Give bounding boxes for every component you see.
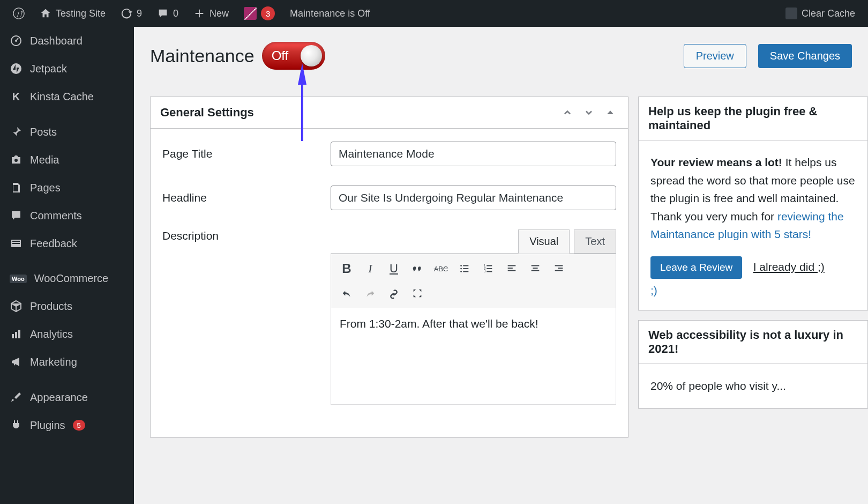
move-up-icon[interactable] bbox=[559, 105, 575, 121]
sidebar-item-posts[interactable]: Posts bbox=[0, 118, 134, 146]
gauge-icon bbox=[10, 34, 23, 47]
camera-icon bbox=[10, 153, 23, 166]
tab-text[interactable]: Text bbox=[574, 229, 616, 254]
sidebar-item-analytics[interactable]: Analytics bbox=[0, 320, 134, 348]
accessibility-text: 20% of people who visit y... bbox=[650, 377, 856, 395]
svg-rect-9 bbox=[15, 332, 17, 338]
sidebar-item-plugins[interactable]: Plugins 5 bbox=[0, 411, 134, 439]
sidebar-label: Dashboard bbox=[30, 35, 83, 47]
updates-count: 9 bbox=[137, 8, 142, 19]
svg-point-13 bbox=[460, 268, 462, 270]
numbered-list-icon[interactable]: 123 bbox=[477, 257, 499, 280]
svg-point-3 bbox=[11, 63, 21, 74]
help-link1[interactable]: reviewing the bbox=[777, 210, 844, 223]
sidebar-label: Pages bbox=[30, 182, 61, 194]
form-icon bbox=[10, 237, 23, 250]
plugins-badge: 5 bbox=[73, 420, 85, 431]
bold-icon[interactable]: B bbox=[335, 257, 358, 280]
description-editor[interactable]: From 1:30-2am. After that we'll be back! bbox=[331, 308, 616, 404]
sidebar-item-marketing[interactable]: Marketing bbox=[0, 348, 134, 376]
maintenance-toggle[interactable]: Off bbox=[262, 42, 325, 70]
toggle-panel-icon[interactable] bbox=[602, 105, 618, 121]
svg-rect-28 bbox=[533, 268, 537, 269]
svg-rect-7 bbox=[12, 243, 20, 244]
sidebar-item-dashboard[interactable]: Dashboard bbox=[0, 27, 134, 55]
svg-rect-23 bbox=[487, 271, 492, 272]
brush-icon bbox=[10, 391, 23, 404]
page-title-label: Page Title bbox=[162, 147, 331, 160]
sidebar-item-products[interactable]: Products bbox=[0, 292, 134, 320]
sidebar-label: Media bbox=[30, 154, 59, 166]
refresh-icon bbox=[121, 8, 132, 19]
bullet-list-icon[interactable] bbox=[453, 257, 476, 280]
toggle-knob bbox=[301, 45, 322, 66]
main-content: Maintenance Off Preview Save Changes Gen… bbox=[134, 27, 868, 438]
align-left-icon[interactable] bbox=[500, 257, 523, 280]
underline-icon[interactable]: U bbox=[383, 257, 405, 280]
sidebar-label: Comments bbox=[30, 210, 82, 222]
headline-label: Headline bbox=[162, 191, 331, 204]
svg-rect-31 bbox=[558, 268, 563, 269]
sidebar-item-pages[interactable]: Pages bbox=[0, 174, 134, 202]
link-icon[interactable] bbox=[383, 282, 405, 305]
admin-sidebar: Dashboard Jetpack K Kinsta Cache Posts M… bbox=[0, 27, 134, 504]
svg-rect-32 bbox=[555, 270, 563, 271]
sidebar-label: WooCommerce bbox=[34, 272, 109, 285]
updates-link[interactable]: 9 bbox=[113, 0, 149, 27]
page-title: Maintenance bbox=[150, 46, 255, 66]
yoast-icon bbox=[244, 7, 257, 20]
sidebar-item-comments[interactable]: Comments bbox=[0, 202, 134, 229]
maintenance-link[interactable]: Maintenance is Off bbox=[282, 0, 378, 27]
svg-rect-27 bbox=[532, 265, 540, 266]
preview-button[interactable]: Preview bbox=[684, 44, 746, 68]
wordpress-icon bbox=[13, 8, 25, 19]
leave-review-button[interactable]: Leave a Review bbox=[650, 256, 742, 279]
site-name-link[interactable]: Testing Site bbox=[32, 0, 113, 27]
help-link2[interactable]: Maintanance plugin with 5 stars! bbox=[650, 228, 811, 240]
headline-input[interactable] bbox=[331, 186, 616, 210]
redo-icon[interactable] bbox=[359, 282, 381, 305]
sidebar-item-jetpack[interactable]: Jetpack bbox=[0, 55, 134, 83]
sidebar-label: Feedback bbox=[30, 238, 77, 250]
align-right-icon[interactable] bbox=[548, 257, 570, 280]
pin-icon bbox=[10, 125, 23, 138]
align-center-icon[interactable] bbox=[524, 257, 547, 280]
admin-bar: Testing Site 9 0 New 3 Maintenance is Of… bbox=[0, 0, 868, 27]
strikethrough-icon[interactable]: ABC bbox=[430, 257, 452, 280]
clear-cache-label: Clear Cache bbox=[802, 8, 855, 19]
site-name: Testing Site bbox=[56, 8, 106, 19]
sidebar-item-kinsta[interactable]: K Kinsta Cache bbox=[0, 83, 134, 110]
move-down-icon[interactable] bbox=[581, 105, 597, 121]
new-link[interactable]: New bbox=[186, 0, 236, 27]
sidebar-item-woocommerce[interactable]: Woo WooCommerce bbox=[0, 265, 134, 292]
sidebar-label: Posts bbox=[30, 126, 57, 138]
yoast-link[interactable]: 3 bbox=[236, 0, 282, 27]
undo-icon[interactable] bbox=[335, 282, 358, 305]
already-link[interactable]: I already did ;) bbox=[753, 261, 825, 273]
italic-icon[interactable]: I bbox=[359, 257, 381, 280]
svg-rect-26 bbox=[508, 270, 516, 271]
svg-point-2 bbox=[15, 40, 17, 42]
wp-logo[interactable] bbox=[5, 0, 32, 27]
clear-cache-link[interactable]: Clear Cache bbox=[778, 0, 863, 27]
svg-rect-25 bbox=[508, 268, 513, 269]
save-button[interactable]: Save Changes bbox=[758, 44, 852, 68]
svg-text:3: 3 bbox=[484, 269, 486, 273]
sidebar-label: Appearance bbox=[30, 391, 88, 404]
postbox-header: General Settings bbox=[151, 97, 628, 129]
svg-rect-21 bbox=[487, 265, 492, 266]
page-header: Maintenance Off Preview Save Changes bbox=[150, 42, 868, 70]
svg-rect-8 bbox=[12, 334, 14, 338]
svg-point-4 bbox=[14, 159, 18, 162]
sidebar-label: Products bbox=[30, 300, 72, 313]
quote-icon[interactable] bbox=[406, 257, 429, 280]
accessibility-title: Web accessibility is not a luxury in 202… bbox=[648, 328, 858, 356]
sidebar-item-appearance[interactable]: Appearance bbox=[0, 383, 134, 411]
editor-toolbar: B I U ABC 123 bbox=[331, 254, 616, 308]
sidebar-item-media[interactable]: Media bbox=[0, 146, 134, 174]
sidebar-item-feedback[interactable]: Feedback bbox=[0, 229, 134, 257]
fullscreen-icon[interactable] bbox=[406, 282, 429, 305]
comments-link[interactable]: 0 bbox=[149, 0, 186, 27]
page-title-input[interactable] bbox=[331, 142, 616, 166]
tab-visual[interactable]: Visual bbox=[518, 229, 570, 254]
